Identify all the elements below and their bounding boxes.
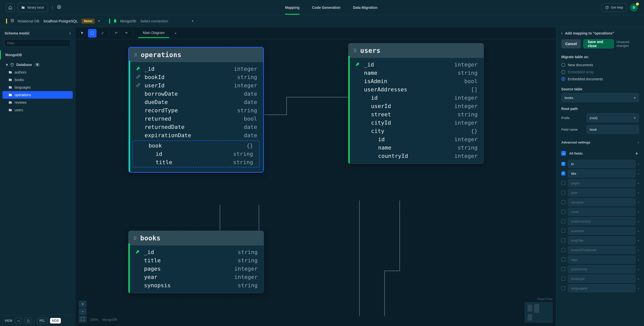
field-row[interactable]: idinteger (348, 94, 484, 102)
tree-collection-reviews[interactable]: reviews (3, 99, 73, 106)
tool-pointer[interactable] (78, 29, 86, 38)
field-item-longTitle[interactable]: longTitle‹ (561, 236, 639, 244)
checkbox[interactable] (561, 191, 565, 195)
field-chip[interactable]: publisherId (568, 265, 635, 273)
checkbox[interactable] (561, 171, 565, 175)
field-row[interactable]: book{} (133, 141, 259, 150)
checkbox[interactable] (561, 162, 565, 166)
checkbox[interactable] (561, 248, 565, 252)
chevron-left-icon[interactable]: ‹ (638, 248, 639, 252)
field-chip[interactable]: year (568, 189, 635, 197)
field-row[interactable]: cityIdinteger (348, 119, 484, 127)
field-item-totalInventory[interactable]: totalInventory‹ (561, 217, 639, 225)
zoom-in-button[interactable]: + (79, 301, 86, 307)
field-row[interactable]: userAddresses[] (348, 85, 484, 94)
tree-collection-books[interactable]: books (3, 76, 73, 84)
field-chip[interactable]: longTitle (568, 236, 635, 244)
migrate-option[interactable]: New documents (561, 61, 639, 68)
view-mode-single[interactable]: ▭ (15, 318, 22, 324)
migrate-option[interactable]: Embedded documents (561, 76, 639, 83)
zoom-out-button[interactable]: − (79, 308, 86, 315)
view-mdb[interactable]: MDB (50, 318, 61, 323)
chevron-left-icon[interactable]: ‹ (638, 162, 639, 166)
field-row[interactable]: expirationDatedate (129, 131, 263, 139)
field-chip[interactable]: languageId (568, 284, 635, 292)
fieldname-input[interactable]: book (586, 125, 639, 134)
tree-collection-languages[interactable]: languages (3, 84, 73, 91)
field-chip[interactable]: tags (568, 256, 635, 264)
field-row[interactable]: namestring (348, 143, 484, 152)
checkbox[interactable] (561, 267, 565, 271)
field-row[interactable]: titlestring (133, 158, 259, 166)
chevron-left-icon[interactable]: ‹ (638, 172, 639, 175)
field-chip[interactable]: bookOfTheMonth (568, 246, 635, 254)
source-table-select[interactable]: books ▾ (561, 93, 639, 102)
avatar[interactable]: D (630, 4, 638, 12)
project-selector[interactable]: library local (18, 3, 48, 12)
field-row[interactable]: yearinteger (128, 273, 264, 281)
field-row[interactable]: titlestring (128, 256, 264, 265)
chevron-left-icon[interactable]: ‹ (638, 181, 639, 185)
chevron-left-icon[interactable]: ‹ (638, 200, 639, 204)
field-chip[interactable]: bindingId (568, 275, 635, 283)
chevron-left-icon[interactable]: ‹ (638, 267, 639, 271)
checkbox[interactable] (561, 210, 565, 214)
tab-codegen[interactable]: Code Generation (312, 1, 341, 15)
entity-users[interactable]: ⠿ users _idintegernamestringisAdminboolu… (348, 43, 484, 164)
chevron-left-icon[interactable]: ‹ (638, 239, 639, 242)
field-item-year[interactable]: year‹ (561, 189, 639, 197)
tree-collection-authors[interactable]: authors (3, 68, 73, 76)
field-row[interactable]: returnedDatedate (129, 123, 263, 131)
minimap[interactable] (525, 302, 553, 322)
tool-redo[interactable]: ↷ (122, 29, 130, 38)
field-row[interactable]: dueDatedate (129, 98, 263, 106)
field-row[interactable]: isAdminbool (348, 77, 484, 85)
entity-books[interactable]: ⠿ books _idstringtitlestringpagesinteger… (128, 231, 264, 293)
field-row[interactable]: streetstring (348, 110, 484, 119)
tool-undo[interactable]: ↶ (112, 29, 120, 38)
gear-icon[interactable] (57, 5, 61, 10)
field-chip[interactable]: pages (568, 179, 635, 187)
field-chip[interactable]: title (568, 169, 635, 177)
help-button[interactable]: Get help (602, 3, 627, 12)
field-chip[interactable]: available (568, 227, 635, 235)
cancel-button[interactable]: Cancel (561, 39, 581, 48)
zoom-fit-button[interactable]: ⛶ (79, 316, 86, 322)
add-diagram-button[interactable]: ＋ (171, 28, 180, 38)
field-item-tags[interactable]: tags‹ (561, 256, 639, 264)
grip-icon[interactable]: ⠿ (133, 236, 137, 241)
field-item-languageId[interactable]: languageId‹ (561, 284, 639, 292)
field-chip[interactable]: totalInventory (568, 217, 635, 225)
checkbox[interactable] (561, 258, 565, 262)
field-row[interactable]: countryIdinteger (348, 152, 484, 160)
chevron-left-icon[interactable]: ‹ (638, 191, 639, 195)
checkbox[interactable] (561, 277, 565, 281)
checkbox[interactable] (561, 181, 565, 185)
chevron-down-icon[interactable]: ▾ (192, 19, 194, 23)
field-row[interactable]: borrowDatedate (129, 90, 263, 98)
checkbox[interactable] (561, 200, 565, 204)
field-chip[interactable]: cover (568, 208, 635, 216)
field-row[interactable]: namestring (348, 69, 484, 77)
tool-pan[interactable]: ⤢ (98, 29, 107, 38)
tree-collection-users[interactable]: users (3, 106, 73, 114)
field-row[interactable]: _idinteger (348, 60, 484, 69)
prefix-select[interactable]: (root) ▾ (586, 113, 639, 122)
schema-filter-input[interactable] (5, 39, 71, 47)
field-row[interactable]: userIdinteger (348, 102, 484, 110)
field-row[interactable]: returnedbool (129, 115, 263, 123)
chevron-down-icon[interactable]: ▾ (98, 19, 100, 23)
grip-icon[interactable]: ⠿ (134, 52, 137, 58)
field-item-pages[interactable]: pages‹ (561, 179, 639, 187)
indeterminate-checkbox[interactable]: – (561, 151, 566, 156)
chevron-left-icon[interactable]: ‹ (638, 220, 639, 223)
field-row[interactable]: idstring (133, 150, 259, 158)
checkbox[interactable] (561, 238, 565, 242)
field-row[interactable]: city{} (348, 127, 484, 135)
field-row[interactable]: userIdinteger (129, 81, 263, 90)
field-item-publisherId[interactable]: publisherId‹ (561, 265, 639, 273)
chevron-right-icon[interactable]: › (561, 31, 563, 35)
home-button[interactable] (6, 3, 15, 12)
field-item-bindingId[interactable]: bindingId‹ (561, 275, 639, 283)
embedded-mapping-box[interactable]: book{}idstringtitlestring (132, 140, 260, 167)
